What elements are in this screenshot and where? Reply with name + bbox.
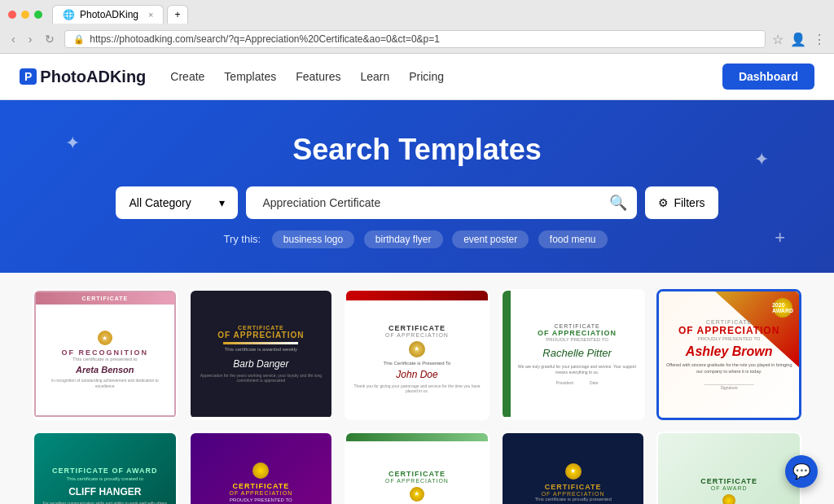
try-this-row: Try this: business logo birthday flyer e… [20,230,814,248]
medal-icon-8: ★ [410,487,424,502]
sparkle-icon-3: + [775,227,785,248]
try-this-label: Try this: [223,233,261,245]
filter-button[interactable]: ⚙ Filters [645,186,718,219]
bookmark-button[interactable]: ☆ [772,32,784,47]
search-hero: ✦ ✦ + Search Templates All Category ▾ 🔍 … [0,100,834,273]
logo-icon: P [20,68,37,85]
template-card-10[interactable]: CERTIFICATE OF AWARD This certificate is… [656,432,801,504]
template-card-6[interactable]: CERTIFICATE OF AWARD This certificate is… [33,432,178,504]
profile-button[interactable]: 👤 [790,32,806,47]
lock-icon: 🔒 [73,34,85,45]
filter-icon: ⚙ [658,196,669,209]
maximize-dot[interactable] [34,11,42,19]
medal-icon-10 [722,494,735,504]
template-card-3[interactable]: CERTIFICATE OF APPRECIATION ★ This Certi… [345,289,489,420]
app: P PhotoADKing Create Templates Features … [0,54,834,504]
category-dropdown[interactable]: All Category ▾ [116,186,238,219]
tab-close-btn[interactable]: × [148,10,153,20]
suggestion-food-menu[interactable]: food menu [538,230,608,248]
nav-templates[interactable]: Templates [224,70,276,83]
filter-label: Filters [674,196,705,209]
search-button[interactable]: 🔍 [609,194,627,212]
template-card-9[interactable]: ★ CERTIFICATE OF APPRECIATION This certi… [501,432,646,504]
award-badge: 2020AWARD [773,298,792,318]
medal-icon-1: ★ [98,331,112,345]
suggestion-event-poster[interactable]: event poster [452,230,529,248]
templates-grid: CERTIFICATE ★ OF RECOGNITION This certif… [33,289,801,504]
template-card-4[interactable]: CERTIFICATE OF APPRECIATION PROUDLY PRES… [501,289,646,420]
nav-learn[interactable]: Learn [360,70,389,83]
address-bar[interactable]: 🔒 https://photoadking.com/search/?q=Appr… [64,30,766,48]
nav-pricing[interactable]: Pricing [409,70,444,83]
logo-text: PhotoADKing [40,68,146,86]
cert-body-1: ★ OF RECOGNITION This certificate is pre… [36,305,174,415]
url-text: https://photoadking.com/search/?q=Apprec… [90,33,440,45]
chat-button[interactable]: 💬 [785,455,818,488]
logo[interactable]: P PhotoADKing [20,68,146,86]
search-input-wrap: 🔍 [246,186,637,219]
close-dot[interactable] [8,11,16,19]
template-card-1[interactable]: CERTIFICATE ★ OF RECOGNITION This certif… [33,289,178,420]
dashboard-button[interactable]: Dashboard [722,64,814,90]
sparkle-icon-1: ✦ [65,133,80,154]
template-card-8[interactable]: CERTIFICATE OF APPRECIATION ★ This Certi… [345,432,489,504]
tab-title: PhotoADKing [80,9,138,20]
forward-button[interactable]: › [25,31,36,47]
medal-icon-7 [252,462,269,479]
nav-features[interactable]: Features [296,70,340,83]
suggestion-business-logo[interactable]: business logo [272,230,354,248]
sparkle-icon-2: ✦ [754,149,769,170]
medal-icon-3: ★ [409,341,425,357]
badge-icon-9: ★ [565,463,582,480]
nav-create[interactable]: Create [170,70,204,83]
template-card-5-selected[interactable]: 2020AWARD CERTIFICATE OF APPRECIATION PR… [656,289,801,420]
new-tab-btn[interactable]: + [167,5,187,24]
template-card-2[interactable]: CERTIFICATE OF APPRECIATION This certifi… [189,289,334,420]
menu-button[interactable]: ⋮ [813,32,826,47]
search-hero-title: Search Templates [20,133,814,167]
suggestion-birthday-flyer[interactable]: birthday flyer [364,230,443,248]
templates-section: CERTIFICATE ★ OF RECOGNITION This certif… [0,273,834,504]
cert-header-1: CERTIFICATE [36,292,174,305]
category-label: All Category [129,196,191,209]
search-row: All Category ▾ 🔍 ⚙ Filters [20,186,814,219]
nav-links: Create Templates Features Learn Pricing [170,70,722,83]
browser-chrome: 🌐 PhotoADKing × + ‹ › ↻ 🔒 https://photoa… [0,0,834,54]
browser-tab[interactable]: 🌐 PhotoADKing × [52,5,164,24]
template-card-7[interactable]: CERTIFICATE OF APPRECIATION PROUDLY PRES… [189,432,334,504]
chevron-down-icon: ▾ [219,196,225,209]
back-button[interactable]: ‹ [8,31,19,47]
navbar: P PhotoADKing Create Templates Features … [0,54,834,100]
reload-button[interactable]: ↻ [42,31,58,47]
minimize-dot[interactable] [21,11,29,19]
search-input[interactable] [256,186,609,219]
